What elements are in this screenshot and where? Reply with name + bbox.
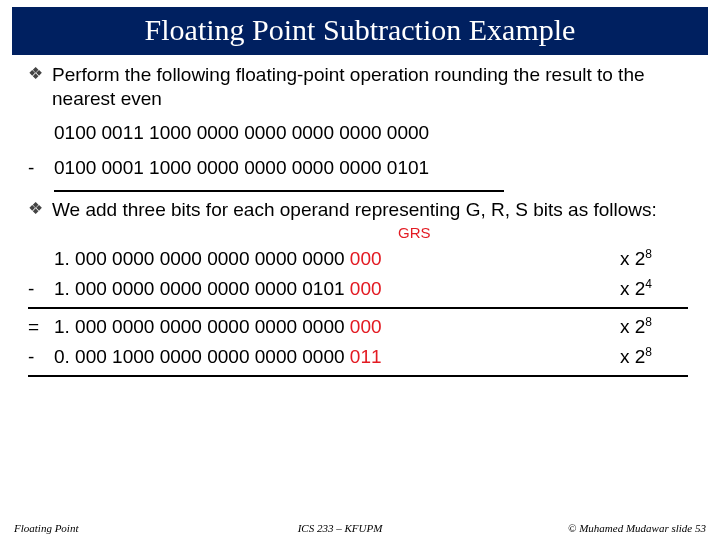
- bullet-2: ❖ We add three bits for each operand rep…: [28, 198, 692, 222]
- calc-mantissa-1: 1. 000 0000 0000 0000 0000 0000 000: [54, 247, 382, 271]
- calc-exp-3: x 28: [620, 315, 692, 339]
- calc-row-3: = 1. 000 0000 0000 0000 0000 0000 000 x …: [28, 312, 692, 342]
- calc-row-1: 1. 000 0000 0000 0000 0000 0000 000 x 28: [28, 244, 692, 274]
- divider-line: [28, 307, 688, 309]
- title-bar: Floating Point Subtraction Example: [12, 7, 708, 55]
- diamond-icon: ❖: [28, 198, 42, 222]
- calc-op-3: =: [28, 315, 54, 339]
- bullet-1: ❖ Perform the following floating-point o…: [28, 63, 692, 111]
- calc-op-2: -: [28, 277, 54, 301]
- calc-mantissa-3: 1. 000 0000 0000 0000 0000 0000 000: [54, 315, 382, 339]
- calc-mantissa-4: 0. 000 1000 0000 0000 0000 0000 011: [54, 345, 382, 369]
- bullet-1-text: Perform the following floating-point ope…: [52, 63, 692, 111]
- content-area: ❖ Perform the following floating-point o…: [0, 63, 720, 377]
- footer-center: ICS 233 – KFUPM: [194, 522, 486, 534]
- grs-label: GRS: [398, 224, 720, 238]
- footer: Floating Point ICS 233 – KFUPM © Muhamed…: [0, 522, 720, 534]
- operand-2-row: - 0100 0001 1000 0000 0000 0000 0000 010…: [28, 150, 692, 186]
- calc-row-4: - 0. 000 1000 0000 0000 0000 0000 011 x …: [28, 342, 692, 372]
- diamond-icon: ❖: [28, 63, 42, 111]
- operand-2: 0100 0001 1000 0000 0000 0000 0000 0101: [54, 156, 429, 180]
- minus-sign: -: [28, 156, 54, 180]
- bullet-2-text: We add three bits for each operand repre…: [52, 198, 692, 222]
- calc-row-2: - 1. 000 0000 0000 0000 0000 0101 000 x …: [28, 274, 692, 304]
- divider-line: [28, 375, 688, 377]
- footer-left: Floating Point: [14, 522, 194, 534]
- operand-1: 0100 0011 1000 0000 0000 0000 0000 0000: [54, 121, 692, 145]
- calc-exp-1: x 28: [620, 247, 692, 271]
- calculation-block: 1. 000 0000 0000 0000 0000 0000 000 x 28…: [28, 244, 692, 377]
- divider-line: [54, 190, 504, 192]
- page-title: Floating Point Subtraction Example: [145, 13, 576, 46]
- calc-exp-4: x 28: [620, 345, 692, 369]
- calc-op-4: -: [28, 345, 54, 369]
- calc-exp-2: x 24: [620, 277, 692, 301]
- footer-right: © Muhamed Mudawar slide 53: [486, 522, 706, 534]
- calc-mantissa-2: 1. 000 0000 0000 0000 0000 0101 000: [54, 277, 382, 301]
